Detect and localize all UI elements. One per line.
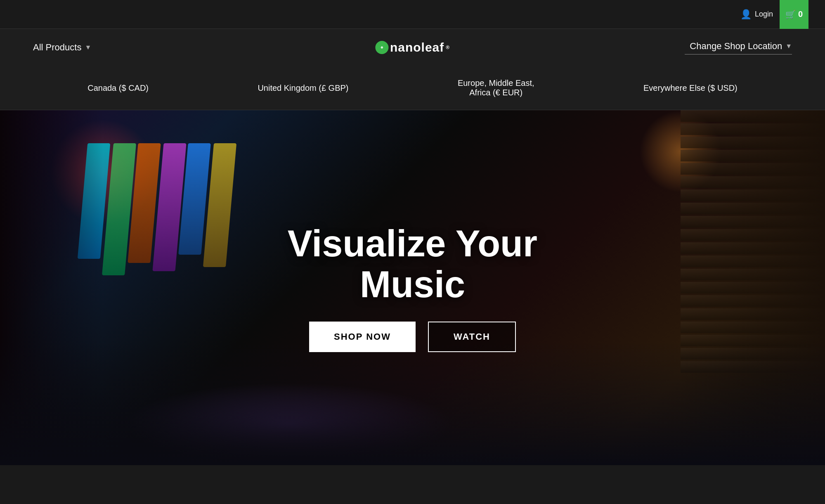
shop-now-label: SHOP NOW [334,331,391,342]
top-bar: 👤 Login 🛒 0 [0,0,825,29]
hero-content: Visualize Your Music SHOP NOW WATCH [288,223,537,352]
cart-button[interactable]: 🛒 0 [780,0,808,29]
nav-bar: All Products ▼ nanoleaf ® Change Shop Lo… [0,29,825,66]
hero-title-line1: Visualize Your [288,223,537,264]
logo-text: nanoleaf ® [375,40,450,54]
hero-section: Visualize Your Music SHOP NOW WATCH [0,110,825,465]
all-products-label: All Products [33,42,81,53]
location-option-uk[interactable]: United Kingdom (£ GBP) [258,83,348,93]
watch-label: WATCH [454,331,490,342]
location-europe-label: Europe, Middle East,Africa (€ EUR) [458,78,534,97]
logo[interactable]: nanoleaf ® [375,40,450,54]
change-location-label: Change Shop Location [690,41,782,52]
location-everywhere-label: Everywhere Else ($ USD) [643,83,738,92]
shop-now-button[interactable]: SHOP NOW [309,322,416,352]
location-uk-label: United Kingdom (£ GBP) [258,83,348,92]
chevron-down-icon: ▼ [85,44,91,51]
nav-left: All Products ▼ [33,42,91,53]
hero-buttons: SHOP NOW WATCH [309,322,516,352]
login-button[interactable]: 👤 Login [740,9,773,20]
hero-light-panels [83,143,231,275]
login-label: Login [755,10,773,19]
all-products-button[interactable]: All Products ▼ [33,42,91,53]
location-option-everywhere[interactable]: Everywhere Else ($ USD) [643,83,738,93]
top-bar-right: 👤 Login 🛒 0 [740,0,808,29]
watch-button[interactable]: WATCH [428,322,516,352]
cart-count: 0 [798,9,803,19]
hero-desk [0,341,825,465]
location-chevron-down-icon: ▼ [785,43,792,50]
location-option-europe[interactable]: Europe, Middle East,Africa (€ EUR) [458,78,534,97]
location-option-canada[interactable]: Canada ($ CAD) [87,83,149,93]
logo-leaf-icon [375,41,388,54]
nav-right: Change Shop Location ▼ [685,41,792,54]
logo-brand-name: nanoleaf [390,40,444,54]
location-underline [685,54,792,54]
hero-title-line2: Music [360,264,465,305]
location-canada-label: Canada ($ CAD) [87,83,149,92]
cart-icon: 🛒 [785,9,796,19]
person-icon: 👤 [740,9,752,20]
location-dropdown: Canada ($ CAD) United Kingdom (£ GBP) Eu… [0,66,825,110]
hero-title: Visualize Your Music [288,223,537,305]
change-location-button[interactable]: Change Shop Location ▼ [690,41,792,52]
